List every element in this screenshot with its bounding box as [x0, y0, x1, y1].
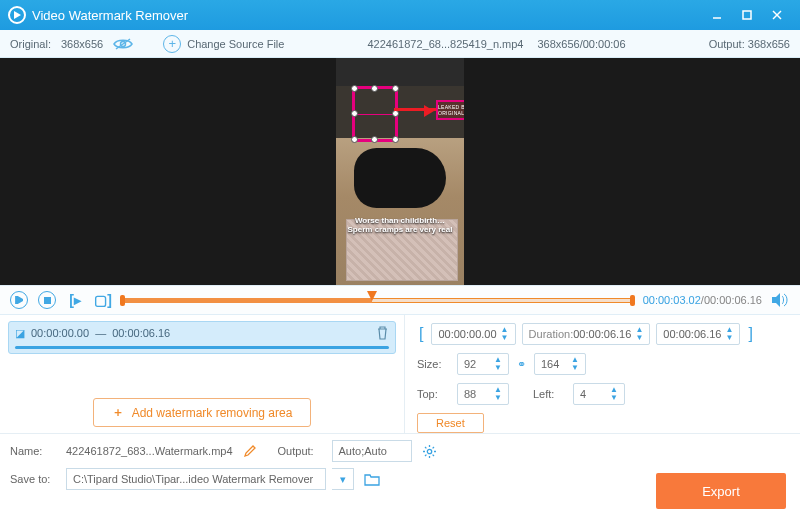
stepper-down[interactable]: ▼ [492, 364, 504, 372]
set-start-button[interactable]: [▸ [66, 291, 84, 309]
timeline[interactable] [122, 294, 633, 306]
save-path-dropdown[interactable]: ▾ [332, 468, 354, 490]
output-name: 422461872_683...Watermark.mp4 [66, 445, 233, 457]
source-dims-time: 368x656/00:00:06 [537, 38, 625, 50]
segment-range-bar[interactable] [15, 346, 389, 349]
segment-item[interactable]: ◪ 00:00:00.00 — 00:00:06.16 [8, 321, 396, 354]
annotation-arrow [394, 108, 438, 111]
svg-point-10 [427, 449, 431, 453]
current-time: 00:00:03.02 [643, 294, 701, 306]
range-end-bracket-icon[interactable]: ] [746, 325, 754, 343]
top-input[interactable]: 88▲▼ [457, 383, 509, 405]
original-dims: 368x656 [61, 38, 103, 50]
maximize-button[interactable] [732, 0, 762, 30]
svg-rect-2 [743, 11, 751, 19]
watermark-selection-box[interactable] [352, 86, 398, 142]
add-area-label: Add watermark removing area [132, 406, 293, 420]
toolbar: Original: 368x656 + Change Source File 4… [0, 30, 800, 58]
left-label: Left: [533, 388, 567, 400]
export-button[interactable]: Export [656, 473, 786, 509]
video-caption-text: Worse than childbirth… Sperm cramps are … [344, 216, 456, 234]
name-label: Name: [10, 445, 60, 457]
segments-pane: ◪ 00:00:00.00 — 00:00:06.16 ＋ Add waterm… [0, 315, 405, 433]
annotation-label: LEAKED BY ORIGINAL [436, 100, 464, 120]
delete-segment-icon[interactable] [376, 326, 389, 340]
stop-button[interactable] [38, 291, 56, 309]
output-dims: 368x656 [748, 38, 790, 50]
segment-tag-icon: ◪ [15, 327, 25, 340]
resize-handle[interactable] [351, 110, 358, 117]
add-watermark-area-button[interactable]: ＋ Add watermark removing area [93, 398, 312, 427]
transport-bar: [▸ ▢] 00:00:03.02/00:00:06.16 [0, 285, 800, 315]
change-source-button[interactable]: + Change Source File [163, 35, 284, 53]
stepper-down[interactable]: ▼ [633, 334, 645, 342]
plus-icon: ＋ [112, 404, 124, 421]
playhead-handle[interactable] [367, 291, 377, 306]
output-format-field[interactable]: Auto;Auto [332, 440, 412, 462]
segment-end: 00:00:06.16 [112, 327, 170, 339]
output-label: Output: [278, 445, 326, 457]
minimize-button[interactable] [702, 0, 732, 30]
open-folder-icon[interactable] [360, 473, 384, 486]
resize-handle[interactable] [392, 85, 399, 92]
svg-marker-0 [14, 11, 21, 19]
plus-circle-icon: + [163, 35, 181, 53]
svg-marker-9 [772, 293, 780, 307]
range-start-bracket-icon[interactable]: [ [417, 325, 425, 343]
total-time: 00:00:06.16 [704, 294, 762, 306]
top-label: Top: [417, 388, 451, 400]
save-path-field[interactable]: C:\Tipard Studio\Tipar...ideo Watermark … [66, 468, 326, 490]
set-end-button[interactable]: ▢] [94, 291, 112, 309]
app-title: Video Watermark Remover [32, 8, 188, 23]
resize-handle[interactable] [392, 110, 399, 117]
link-dimensions-icon[interactable]: ⚭ [515, 358, 528, 371]
video-stage: Worse than childbirth… Sperm cramps are … [0, 58, 800, 285]
change-source-label: Change Source File [187, 38, 284, 50]
time-display: 00:00:03.02/00:00:06.16 [643, 294, 762, 306]
titlebar: Video Watermark Remover [0, 0, 800, 30]
output-settings-icon[interactable] [418, 444, 441, 459]
original-label: Original: [10, 38, 51, 50]
close-button[interactable] [762, 0, 792, 30]
stepper-down[interactable]: ▼ [492, 394, 504, 402]
save-to-label: Save to: [10, 473, 60, 485]
video-preview[interactable]: Worse than childbirth… Sperm cramps are … [336, 58, 464, 285]
work-row: ◪ 00:00:00.00 — 00:00:06.16 ＋ Add waterm… [0, 315, 800, 433]
preview-toggle-icon[interactable] [113, 37, 133, 51]
resize-handle[interactable] [392, 136, 399, 143]
resize-handle[interactable] [351, 136, 358, 143]
app-logo-icon [8, 6, 26, 24]
stepper-down[interactable]: ▼ [499, 334, 511, 342]
segment-sep: — [95, 327, 106, 339]
source-filename: 422461872_68...825419_n.mp4 [367, 38, 523, 50]
play-button[interactable] [10, 291, 28, 309]
svg-rect-8 [44, 297, 51, 304]
edit-name-icon[interactable] [239, 445, 260, 458]
stepper-down[interactable]: ▼ [569, 364, 581, 372]
resize-handle[interactable] [371, 85, 378, 92]
duration-input[interactable]: Duration:00:00:06.16▲▼ [522, 323, 651, 345]
volume-icon[interactable] [772, 293, 790, 307]
size-height-input[interactable]: 164▲▼ [534, 353, 586, 375]
stepper-down[interactable]: ▼ [608, 394, 620, 402]
start-time-input[interactable]: 00:00:00.00▲▼ [431, 323, 515, 345]
params-pane: [ 00:00:00.00▲▼ Duration:00:00:06.16▲▼ 0… [405, 315, 800, 433]
stepper-down[interactable]: ▼ [723, 334, 735, 342]
left-input[interactable]: 4▲▼ [573, 383, 625, 405]
size-width-input[interactable]: 92▲▼ [457, 353, 509, 375]
svg-marker-7 [16, 296, 23, 304]
segment-start: 00:00:00.00 [31, 327, 89, 339]
reset-button[interactable]: Reset [417, 413, 484, 433]
output-label: Output: [709, 38, 745, 50]
size-label: Size: [417, 358, 451, 370]
end-time-input[interactable]: 00:00:06.16▲▼ [656, 323, 740, 345]
resize-handle[interactable] [351, 85, 358, 92]
resize-handle[interactable] [371, 136, 378, 143]
